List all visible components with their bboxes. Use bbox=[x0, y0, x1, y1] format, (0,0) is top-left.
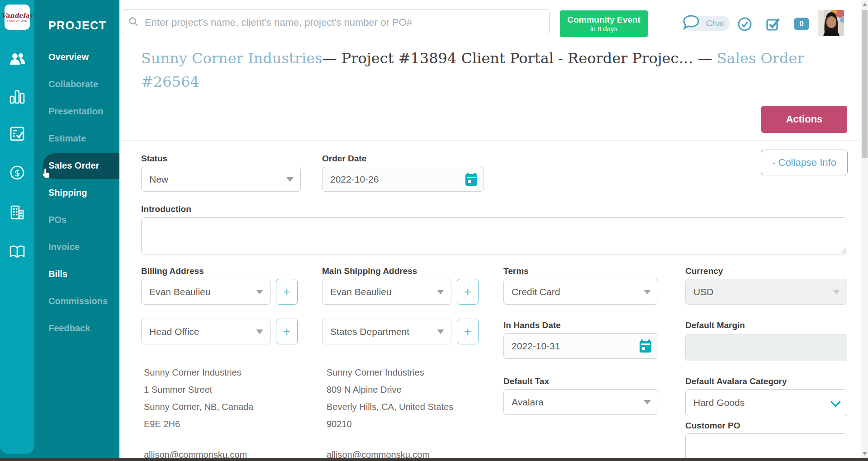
chat-button-label: Chat bbox=[706, 19, 724, 28]
reminders-button[interactable] bbox=[737, 16, 752, 32]
nav-reports-button[interactable] bbox=[9, 88, 25, 104]
nav-company-button[interactable] bbox=[9, 204, 25, 221]
shipping-address-line: Beverly Hills, CA, United States bbox=[327, 398, 508, 415]
scroll-down-arrow-icon[interactable] bbox=[863, 452, 867, 456]
introduction-label: Introduction bbox=[141, 204, 191, 214]
in-hands-date-value: 2022-10-31 bbox=[512, 341, 560, 352]
default-margin-input bbox=[685, 334, 847, 361]
add-shipping-contact-button[interactable]: + bbox=[457, 279, 479, 305]
calendar-icon bbox=[465, 173, 478, 186]
nav-orders-button[interactable] bbox=[9, 126, 25, 142]
search-icon bbox=[128, 16, 139, 27]
shipping-location-select[interactable]: States Department bbox=[322, 319, 451, 344]
shipping-contact-select[interactable]: Evan Beaulieu bbox=[322, 279, 451, 305]
billing-contact-select[interactable]: Evan Beaulieu bbox=[141, 279, 270, 305]
chat-button[interactable]: Chat bbox=[685, 16, 730, 31]
sidebar-item-bills[interactable]: Bills bbox=[48, 269, 116, 279]
billing-contact-value: Evan Beaulieu bbox=[149, 287, 210, 297]
order-date-input[interactable]: 2022-10-26 bbox=[322, 167, 484, 192]
clock-check-icon bbox=[737, 17, 752, 32]
sidebar-item-overview[interactable]: Overview bbox=[48, 52, 116, 62]
default-margin-label: Default Margin bbox=[685, 320, 745, 330]
status-value: New bbox=[149, 174, 168, 185]
scrollbar-thumb[interactable] bbox=[862, 10, 868, 158]
sidebar-item-commissions[interactable]: Commissions bbox=[48, 296, 116, 306]
task-count-badge[interactable]: 0 bbox=[794, 18, 809, 30]
billing-address-line: Sunny Corner Industries bbox=[144, 364, 325, 381]
customer-po-label: Customer PO bbox=[685, 421, 740, 431]
in-hands-date-label: In Hands Date bbox=[503, 320, 561, 330]
clipboard-check-icon bbox=[9, 126, 25, 141]
chevron-down-icon bbox=[437, 290, 444, 294]
add-billing-contact-button[interactable]: + bbox=[276, 279, 298, 305]
avalara-category-select[interactable]: Hard Goods bbox=[685, 389, 847, 416]
default-tax-label: Default Tax bbox=[503, 376, 549, 386]
sidebar-item-feedback[interactable]: Feedback bbox=[48, 323, 116, 334]
bar-chart-icon bbox=[9, 89, 25, 104]
sidebar-item-estimate[interactable]: Estimate bbox=[48, 133, 116, 144]
header-divider bbox=[119, 140, 861, 141]
nav-finance-button[interactable]: $ bbox=[9, 165, 25, 181]
billing-address-block: Sunny Corner Industries 1 Summer Street … bbox=[144, 364, 325, 461]
sidebar-item-sales-order[interactable]: Sales Order bbox=[48, 160, 116, 171]
community-event-button[interactable]: Community Event in 8 days bbox=[560, 10, 648, 37]
book-icon bbox=[9, 245, 25, 259]
nav-resources-button[interactable] bbox=[9, 244, 25, 260]
currency-select: USD bbox=[685, 279, 847, 305]
terms-label: Terms bbox=[503, 266, 529, 276]
svg-text:$: $ bbox=[14, 168, 20, 179]
sidebar-item-pos[interactable]: POs bbox=[48, 215, 116, 225]
status-select[interactable]: New bbox=[141, 167, 301, 192]
currency-label: Currency bbox=[685, 266, 723, 276]
avalara-category-value: Hard Goods bbox=[693, 397, 745, 408]
terms-select[interactable]: Credit Card bbox=[503, 279, 658, 305]
actions-button[interactable]: Actions bbox=[761, 106, 847, 133]
company-logo[interactable]: Vandelay PROMOTIONS bbox=[5, 5, 30, 30]
user-avatar[interactable] bbox=[818, 10, 844, 36]
window-bottom-edge bbox=[0, 458, 868, 461]
order-date-label: Order Date bbox=[322, 154, 366, 164]
chat-bubble-icon bbox=[681, 13, 701, 31]
event-button-subtitle: in 8 days bbox=[590, 25, 617, 33]
global-search-input[interactable] bbox=[121, 9, 550, 35]
logo-tagline: PROMOTIONS bbox=[7, 19, 27, 22]
scroll-up-arrow-icon[interactable] bbox=[863, 3, 867, 6]
chevron-down-icon bbox=[830, 396, 841, 407]
sidebar-section-title: PROJECT bbox=[48, 19, 107, 32]
page-title: Sunny Corner Industries— Project #13894 … bbox=[141, 47, 847, 94]
shipping-contact-value: Evan Beaulieu bbox=[330, 287, 391, 297]
client-link[interactable]: Sunny Corner Industries bbox=[141, 50, 323, 67]
add-shipping-location-button[interactable]: + bbox=[457, 319, 479, 344]
chevron-down-icon bbox=[437, 329, 444, 334]
tasks-button[interactable] bbox=[765, 16, 781, 32]
building-icon bbox=[9, 205, 25, 220]
chevron-down-icon bbox=[644, 400, 651, 405]
shipping-address-label: Main Shipping Address bbox=[322, 266, 417, 276]
collapse-info-button[interactable]: - Collapse Info bbox=[761, 150, 848, 175]
sidebar-item-collaborate[interactable]: Collaborate bbox=[48, 79, 116, 89]
introduction-textarea[interactable] bbox=[141, 217, 847, 254]
status-label: Status bbox=[141, 154, 167, 164]
page-scrollbar[interactable] bbox=[861, 0, 868, 461]
in-hands-date-input[interactable]: 2022-10-31 bbox=[503, 333, 658, 359]
people-icon bbox=[9, 52, 25, 66]
shipping-address-line: Sunny Corner Industries bbox=[327, 364, 508, 381]
default-tax-select[interactable]: Avalara bbox=[503, 389, 658, 415]
sidebar-item-presentation[interactable]: Presentation bbox=[48, 106, 116, 117]
add-billing-location-button[interactable]: + bbox=[276, 319, 298, 344]
chevron-down-icon bbox=[286, 177, 294, 182]
customer-po-input[interactable] bbox=[685, 433, 847, 461]
default-tax-value: Avalara bbox=[512, 397, 544, 408]
nav-contacts-button[interactable] bbox=[9, 51, 25, 67]
sidebar-item-invoice[interactable]: Invoice bbox=[48, 242, 116, 252]
billing-address-line: E9E 2H6 bbox=[144, 415, 325, 433]
calendar-icon bbox=[639, 339, 652, 353]
shipping-address-line: 90210 bbox=[327, 415, 508, 433]
event-button-title: Community Event bbox=[567, 15, 640, 25]
billing-location-select[interactable]: Head Office bbox=[141, 319, 270, 344]
billing-address-line: Sunny Corner, NB, Canada bbox=[144, 398, 325, 415]
sidebar-item-shipping[interactable]: Shipping bbox=[48, 188, 116, 198]
order-date-value: 2022-10-26 bbox=[330, 174, 379, 185]
logo-name: Vandelay bbox=[1, 12, 33, 19]
dollar-circle-icon: $ bbox=[9, 165, 25, 180]
